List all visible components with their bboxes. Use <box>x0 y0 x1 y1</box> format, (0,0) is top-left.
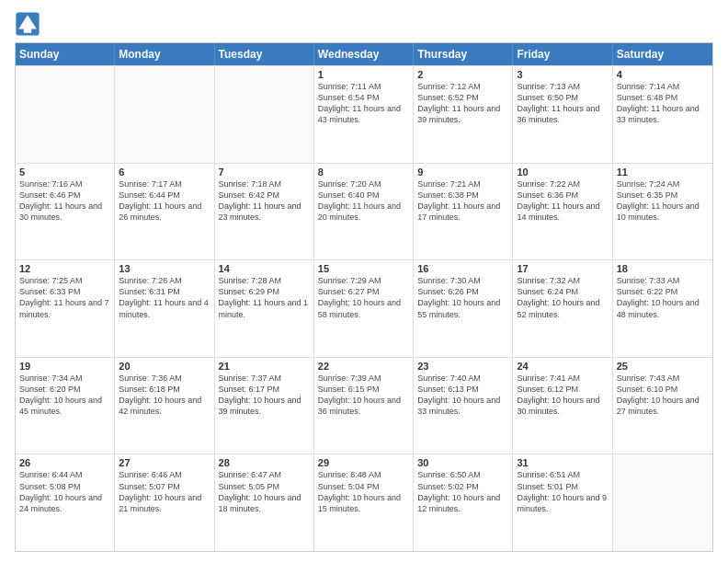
day-header-friday: Friday <box>513 43 612 65</box>
day-cell-7: 7Sunrise: 7:18 AM Sunset: 6:42 PM Daylig… <box>215 164 314 260</box>
day-info: Sunrise: 7:25 AM Sunset: 6:33 PM Dayligh… <box>19 275 110 320</box>
day-info: Sunrise: 7:24 AM Sunset: 6:35 PM Dayligh… <box>617 178 709 224</box>
day-number: 31 <box>517 457 608 468</box>
day-info: Sunrise: 7:41 AM Sunset: 6:12 PM Dayligh… <box>517 373 608 418</box>
day-info: Sunrise: 7:11 AM Sunset: 6:54 PM Dayligh… <box>318 81 409 126</box>
day-header-monday: Monday <box>115 43 214 65</box>
day-number: 12 <box>19 263 110 274</box>
day-number: 13 <box>119 263 210 274</box>
day-cell-21: 21Sunrise: 7:37 AM Sunset: 6:17 PM Dayli… <box>215 358 314 454</box>
day-header-saturday: Saturday <box>613 43 712 65</box>
empty-cell <box>115 66 214 163</box>
day-cell-13: 13Sunrise: 7:26 AM Sunset: 6:31 PM Dayli… <box>115 260 214 357</box>
day-info: Sunrise: 7:12 AM Sunset: 6:52 PM Dayligh… <box>417 81 508 126</box>
day-cell-16: 16Sunrise: 7:30 AM Sunset: 6:26 PM Dayli… <box>414 260 513 357</box>
day-info: Sunrise: 7:16 AM Sunset: 6:46 PM Dayligh… <box>19 178 110 224</box>
day-cell-23: 23Sunrise: 7:40 AM Sunset: 6:13 PM Dayli… <box>414 358 513 454</box>
day-cell-24: 24Sunrise: 7:41 AM Sunset: 6:12 PM Dayli… <box>513 358 612 454</box>
day-info: Sunrise: 6:44 AM Sunset: 5:08 PM Dayligh… <box>19 469 110 514</box>
day-cell-29: 29Sunrise: 6:48 AM Sunset: 5:04 PM Dayli… <box>314 454 414 551</box>
day-info: Sunrise: 7:43 AM Sunset: 6:10 PM Dayligh… <box>617 373 709 418</box>
day-cell-18: 18Sunrise: 7:33 AM Sunset: 6:22 PM Dayli… <box>613 260 712 357</box>
logo-icon <box>15 11 40 37</box>
day-cell-15: 15Sunrise: 7:29 AM Sunset: 6:27 PM Dayli… <box>314 260 414 357</box>
day-info: Sunrise: 7:26 AM Sunset: 6:31 PM Dayligh… <box>119 275 210 320</box>
day-info: Sunrise: 6:51 AM Sunset: 5:01 PM Dayligh… <box>517 469 608 514</box>
day-header-sunday: Sunday <box>16 43 115 65</box>
day-number: 23 <box>417 361 508 372</box>
calendar: SundayMondayTuesdayWednesdayThursdayFrid… <box>15 42 713 552</box>
calendar-body: 1Sunrise: 7:11 AM Sunset: 6:54 PM Daylig… <box>16 65 712 551</box>
day-number: 1 <box>318 69 409 80</box>
day-cell-5: 5Sunrise: 7:16 AM Sunset: 6:46 PM Daylig… <box>16 164 115 260</box>
day-header-thursday: Thursday <box>414 43 513 65</box>
week-row-4: 19Sunrise: 7:34 AM Sunset: 6:20 PM Dayli… <box>16 357 712 454</box>
day-number: 16 <box>417 263 508 274</box>
day-info: Sunrise: 7:33 AM Sunset: 6:22 PM Dayligh… <box>617 275 709 320</box>
day-cell-2: 2Sunrise: 7:12 AM Sunset: 6:52 PM Daylig… <box>414 66 513 163</box>
day-cell-28: 28Sunrise: 6:47 AM Sunset: 5:05 PM Dayli… <box>215 454 314 551</box>
day-header-wednesday: Wednesday <box>314 43 414 65</box>
day-info: Sunrise: 7:28 AM Sunset: 6:29 PM Dayligh… <box>219 275 310 320</box>
day-cell-30: 30Sunrise: 6:50 AM Sunset: 5:02 PM Dayli… <box>414 454 513 551</box>
day-info: Sunrise: 7:32 AM Sunset: 6:24 PM Dayligh… <box>517 275 608 320</box>
day-number: 19 <box>19 361 110 372</box>
day-cell-11: 11Sunrise: 7:24 AM Sunset: 6:35 PM Dayli… <box>613 164 712 260</box>
day-number: 26 <box>19 457 110 468</box>
empty-cell <box>613 454 712 551</box>
day-info: Sunrise: 7:21 AM Sunset: 6:38 PM Dayligh… <box>417 178 508 224</box>
week-row-5: 26Sunrise: 6:44 AM Sunset: 5:08 PM Dayli… <box>16 454 712 551</box>
day-cell-26: 26Sunrise: 6:44 AM Sunset: 5:08 PM Dayli… <box>16 454 115 551</box>
day-info: Sunrise: 6:50 AM Sunset: 5:02 PM Dayligh… <box>417 469 508 514</box>
day-number: 6 <box>119 167 210 178</box>
day-cell-4: 4Sunrise: 7:14 AM Sunset: 6:48 PM Daylig… <box>613 66 712 163</box>
day-number: 29 <box>318 457 409 468</box>
day-cell-31: 31Sunrise: 6:51 AM Sunset: 5:01 PM Dayli… <box>513 454 612 551</box>
day-cell-27: 27Sunrise: 6:46 AM Sunset: 5:07 PM Dayli… <box>115 454 214 551</box>
day-info: Sunrise: 7:34 AM Sunset: 6:20 PM Dayligh… <box>19 373 110 418</box>
day-number: 21 <box>219 361 310 372</box>
day-number: 30 <box>417 457 508 468</box>
empty-cell <box>215 66 314 163</box>
day-cell-9: 9Sunrise: 7:21 AM Sunset: 6:38 PM Daylig… <box>414 164 513 260</box>
day-cell-12: 12Sunrise: 7:25 AM Sunset: 6:33 PM Dayli… <box>16 260 115 357</box>
day-number: 3 <box>517 69 608 80</box>
day-number: 4 <box>617 69 709 80</box>
day-info: Sunrise: 7:13 AM Sunset: 6:50 PM Dayligh… <box>517 81 608 126</box>
day-number: 7 <box>219 167 310 178</box>
day-info: Sunrise: 6:47 AM Sunset: 5:05 PM Dayligh… <box>219 469 310 514</box>
day-number: 15 <box>318 263 409 274</box>
day-cell-1: 1Sunrise: 7:11 AM Sunset: 6:54 PM Daylig… <box>314 66 414 163</box>
day-info: Sunrise: 6:48 AM Sunset: 5:04 PM Dayligh… <box>318 469 409 514</box>
day-info: Sunrise: 7:14 AM Sunset: 6:48 PM Dayligh… <box>617 81 709 126</box>
logo <box>15 11 42 37</box>
day-cell-22: 22Sunrise: 7:39 AM Sunset: 6:15 PM Dayli… <box>314 358 414 454</box>
day-info: Sunrise: 7:20 AM Sunset: 6:40 PM Dayligh… <box>318 178 409 224</box>
day-number: 10 <box>517 167 608 178</box>
day-cell-20: 20Sunrise: 7:36 AM Sunset: 6:18 PM Dayli… <box>115 358 214 454</box>
day-number: 20 <box>119 361 210 372</box>
day-number: 11 <box>617 167 709 178</box>
day-cell-17: 17Sunrise: 7:32 AM Sunset: 6:24 PM Dayli… <box>513 260 612 357</box>
day-number: 14 <box>219 263 310 274</box>
day-header-tuesday: Tuesday <box>215 43 314 65</box>
header <box>15 11 713 37</box>
day-info: Sunrise: 7:22 AM Sunset: 6:36 PM Dayligh… <box>517 178 608 224</box>
day-number: 5 <box>19 167 110 178</box>
page: SundayMondayTuesdayWednesdayThursdayFrid… <box>0 0 728 563</box>
day-cell-3: 3Sunrise: 7:13 AM Sunset: 6:50 PM Daylig… <box>513 66 612 163</box>
week-row-2: 5Sunrise: 7:16 AM Sunset: 6:46 PM Daylig… <box>16 163 712 260</box>
day-number: 28 <box>219 457 310 468</box>
day-number: 25 <box>617 361 709 372</box>
day-number: 18 <box>617 263 709 274</box>
day-number: 22 <box>318 361 409 372</box>
day-number: 2 <box>417 69 508 80</box>
day-cell-6: 6Sunrise: 7:17 AM Sunset: 6:44 PM Daylig… <box>115 164 214 260</box>
day-cell-8: 8Sunrise: 7:20 AM Sunset: 6:40 PM Daylig… <box>314 164 414 260</box>
day-cell-14: 14Sunrise: 7:28 AM Sunset: 6:29 PM Dayli… <box>215 260 314 357</box>
calendar-header: SundayMondayTuesdayWednesdayThursdayFrid… <box>16 43 712 65</box>
day-info: Sunrise: 7:30 AM Sunset: 6:26 PM Dayligh… <box>417 275 508 320</box>
svg-rect-2 <box>24 27 31 33</box>
day-number: 8 <box>318 167 409 178</box>
day-info: Sunrise: 7:29 AM Sunset: 6:27 PM Dayligh… <box>318 275 409 320</box>
